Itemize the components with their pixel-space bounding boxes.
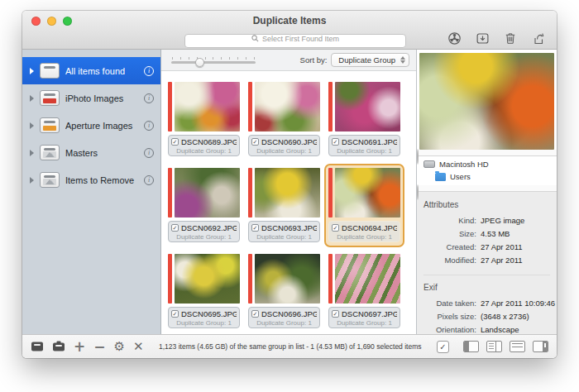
photo-thumbnail: [175, 168, 240, 218]
attribute-label: Kind:: [423, 216, 476, 225]
select-all-button[interactable]: ✓: [437, 339, 449, 354]
grid-item[interactable]: ✓ DSCN0696.JPG Duplicate Group: 1: [244, 250, 324, 333]
item-filename: DSCN0691.JPG: [342, 137, 397, 146]
view-sidebar-button[interactable]: [463, 339, 479, 354]
sort-label: Sort by:: [300, 55, 328, 65]
archive-button[interactable]: [474, 30, 490, 46]
archive-down-icon: [476, 31, 490, 45]
exif-label: Pixels size:: [423, 312, 476, 321]
thumb-row: [328, 254, 400, 304]
photo-thumbnail: [335, 82, 400, 131]
info-icon[interactable]: i: [144, 148, 154, 158]
resize-dot-icon: [417, 149, 419, 165]
metadata-area: Attributes Kind: JPEG image Size: 4.53 M…: [417, 192, 557, 334]
item-checkbox[interactable]: ✓: [171, 310, 179, 318]
minimize-window-button[interactable]: [47, 17, 56, 26]
info-icon[interactable]: i: [144, 66, 154, 76]
export-button[interactable]: [530, 30, 547, 46]
duplicate-marker-bar: [168, 254, 172, 304]
category-box-icon: [40, 145, 60, 160]
sidebar-item-label: Items to Remove: [65, 175, 138, 185]
grid-item[interactable]: ✓ DSCN0694.JPG Duplicate Group: 1: [324, 164, 404, 247]
panel-resize-handle[interactable]: [417, 185, 557, 192]
item-label-box: ✓ DSCN0691.JPG Duplicate Group: 1: [328, 135, 400, 156]
duplicate-marker-bar: [248, 168, 252, 218]
grid-item[interactable]: ✓ DSCN0689.JPG Duplicate Group: 1: [164, 78, 244, 161]
remove-button[interactable]: −: [93, 339, 105, 354]
item-checkbox[interactable]: ✓: [332, 224, 339, 232]
info-icon[interactable]: i: [144, 93, 154, 103]
disclosure-triangle-icon[interactable]: [30, 68, 34, 74]
sidebar-item[interactable]: All items found i: [22, 57, 160, 84]
search-field[interactable]: Select First Found Item: [184, 31, 406, 45]
sidebar-item[interactable]: iPhoto Images i: [22, 84, 160, 112]
item-checkbox[interactable]: ✓: [171, 224, 179, 232]
duplicate-marker-bar: [248, 82, 252, 131]
burn-button[interactable]: [446, 30, 462, 46]
sidebar-item[interactable]: Aperture Images i: [22, 112, 160, 139]
settings-button[interactable]: ⚙: [114, 339, 125, 354]
view-preview-button[interactable]: [533, 339, 548, 354]
folder-name: Users: [450, 172, 471, 181]
grid-item[interactable]: ✓ DSCN0692.JPG Duplicate Group: 1: [164, 164, 244, 247]
clear-button[interactable]: ✕: [133, 339, 144, 354]
disclosure-triangle-icon[interactable]: [30, 177, 34, 184]
thumbnail-size-slider[interactable]: [171, 57, 256, 64]
category-box-icon: [40, 117, 60, 133]
sidebar-item[interactable]: Items to Remove i: [22, 166, 160, 194]
box-archive-button[interactable]: [31, 339, 44, 354]
thumb-row: [168, 254, 240, 304]
panel-resize-handle[interactable]: [417, 150, 557, 156]
disclosure-triangle-icon[interactable]: [30, 122, 34, 129]
search-input[interactable]: [184, 34, 406, 48]
traffic-lights: [31, 17, 72, 26]
statusbar-left-buttons: + − ⚙ ✕: [31, 339, 144, 354]
volume-row[interactable]: Macintosh HD: [417, 158, 557, 170]
item-duplicate-group: Duplicate Group: 1: [171, 233, 237, 241]
stepper-icon: [400, 56, 405, 64]
duplicate-marker-bar: [328, 82, 333, 131]
info-icon[interactable]: i: [144, 175, 154, 185]
grid-item[interactable]: ✓ DSCN0695.JPG Duplicate Group: 1: [164, 250, 244, 333]
duplicate-marker-bar: [168, 82, 172, 131]
item-checkbox[interactable]: ✓: [251, 224, 259, 232]
item-checkbox[interactable]: ✓: [251, 138, 259, 146]
photo-thumbnail: [255, 82, 320, 131]
view-split-button[interactable]: [486, 339, 502, 354]
sort-popup-button[interactable]: Duplicate Group: [331, 53, 409, 67]
exif-value: Landscape: [481, 325, 557, 334]
view-split-icon: [486, 341, 502, 352]
trash-button[interactable]: [502, 30, 519, 46]
disclosure-triangle-icon[interactable]: [30, 95, 34, 102]
item-checkbox[interactable]: ✓: [332, 310, 339, 318]
item-label-box: ✓ DSCN0693.JPG Duplicate Group: 1: [248, 221, 320, 242]
item-filename: DSCN0690.JPG: [261, 137, 317, 146]
category-box-icon: [40, 172, 60, 188]
item-duplicate-group: Duplicate Group: 1: [251, 233, 317, 241]
add-button[interactable]: +: [74, 339, 85, 354]
zoom-window-button[interactable]: [63, 17, 72, 26]
category-box-icon: [40, 63, 60, 79]
item-checkbox[interactable]: ✓: [171, 138, 179, 146]
box-save-icon: [52, 341, 65, 352]
view-list-button[interactable]: [510, 339, 525, 354]
sidebar-item[interactable]: Masters i: [22, 139, 160, 166]
exif-value: 27 Apr 2011 10:09:46: [481, 299, 557, 308]
item-checkbox[interactable]: ✓: [332, 138, 339, 146]
box-save-button[interactable]: [52, 339, 65, 354]
slider-thumb[interactable]: [195, 58, 204, 67]
slider-track[interactable]: [171, 61, 256, 64]
attribute-label: Modified:: [423, 256, 476, 265]
status-text: 1,123 items (4.65 GB) of the same group …: [144, 342, 437, 351]
folder-row[interactable]: Users: [417, 170, 557, 183]
disclosure-triangle-icon[interactable]: [30, 150, 34, 156]
item-label-box: ✓ DSCN0694.JPG Duplicate Group: 1: [328, 221, 400, 242]
grid-item[interactable]: ✓ DSCN0697.JPG Duplicate Group: 1: [324, 250, 404, 333]
grid-item[interactable]: ✓ DSCN0691.JPG Duplicate Group: 1: [324, 78, 404, 161]
minus-icon: −: [93, 340, 105, 354]
grid-item[interactable]: ✓ DSCN0690.JPG Duplicate Group: 1: [244, 78, 324, 161]
grid-item[interactable]: ✓ DSCN0693.JPG Duplicate Group: 1: [244, 164, 324, 247]
info-icon[interactable]: i: [144, 121, 154, 131]
close-window-button[interactable]: [31, 17, 41, 26]
item-checkbox[interactable]: ✓: [251, 310, 259, 318]
